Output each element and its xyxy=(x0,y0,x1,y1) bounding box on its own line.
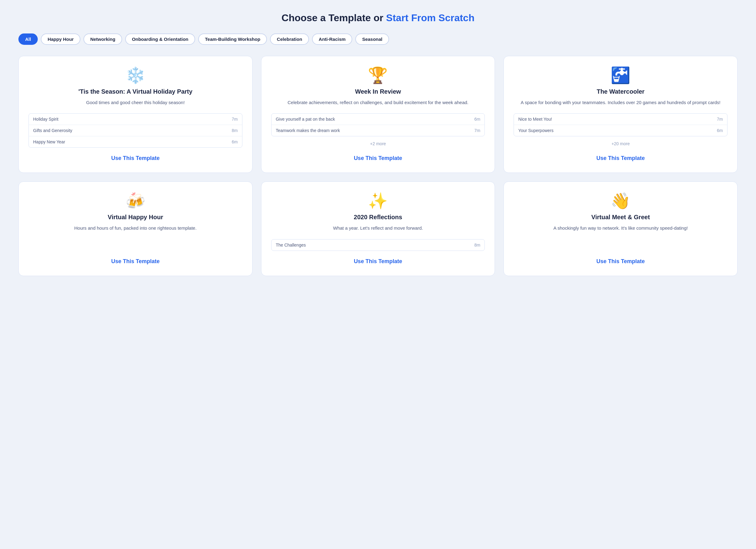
activity-name: Teamwork makes the dream work xyxy=(276,128,340,133)
activity-row: Give yourself a pat on the back6m xyxy=(272,114,485,125)
activity-duration: 7m xyxy=(474,128,480,133)
activity-list-week-in-review: Give yourself a pat on the back6mTeamwor… xyxy=(271,113,485,136)
activity-name: Nice to Meet You! xyxy=(518,117,552,122)
filter-btn-seasonal[interactable]: Seasonal xyxy=(355,33,389,45)
activity-row: The Challenges8m xyxy=(272,239,485,250)
card-virtual-meet-greet: 👋Virtual Meet & GreetA shockingly fun wa… xyxy=(503,181,738,276)
activity-duration: 7m xyxy=(717,117,723,122)
filter-btn-happy-hour[interactable]: Happy Hour xyxy=(41,33,80,45)
use-template-btn-week-in-review[interactable]: Use This Template xyxy=(271,153,485,164)
activity-duration: 8m xyxy=(474,242,480,247)
card-desc-virtual-meet-greet: A shockingly fun way to network. It's li… xyxy=(553,224,688,231)
activity-list-holiday-party: Holiday Spirit7mGifts and Generosity8mHa… xyxy=(29,113,242,148)
card-desc-watercooler: A space for bonding with your teammates.… xyxy=(521,99,720,106)
activity-name: Happy New Year xyxy=(33,139,65,144)
card-title-virtual-meet-greet: Virtual Meet & Greet xyxy=(591,214,650,221)
activity-row: Your Superpowers6m xyxy=(514,125,727,136)
more-label-week-in-review: +2 more xyxy=(271,141,485,146)
page-title-link[interactable]: Start From Scratch xyxy=(386,12,474,23)
card-holiday-party: ❄️'Tis the Season: A Virtual Holiday Par… xyxy=(18,56,253,173)
activity-row: Holiday Spirit7m xyxy=(29,114,242,125)
activity-duration: 6m xyxy=(232,139,237,144)
card-title-2020-reflections: 2020 Reflections xyxy=(354,214,402,221)
activity-row: Nice to Meet You!7m xyxy=(514,114,727,125)
card-title-watercooler: The Watercooler xyxy=(597,88,645,95)
activity-name: Your Superpowers xyxy=(518,128,553,133)
card-icon-virtual-happy-hour: 🍻 xyxy=(125,193,145,209)
activity-duration: 6m xyxy=(474,117,480,122)
use-template-btn-virtual-meet-greet[interactable]: Use This Template xyxy=(514,256,727,267)
card-icon-holiday-party: ❄️ xyxy=(125,67,145,83)
activity-name: The Challenges xyxy=(276,242,306,247)
card-title-week-in-review: Week In Review xyxy=(355,88,401,95)
activity-row: Gifts and Generosity8m xyxy=(29,125,242,136)
cards-grid: ❄️'Tis the Season: A Virtual Holiday Par… xyxy=(18,56,738,276)
card-icon-watercooler: 🚰 xyxy=(611,67,631,83)
card-icon-2020-reflections: ✨ xyxy=(368,193,388,209)
card-icon-virtual-meet-greet: 👋 xyxy=(611,193,631,209)
card-watercooler: 🚰The WatercoolerA space for bonding with… xyxy=(503,56,738,173)
filter-btn-anti-racism[interactable]: Anti-Racism xyxy=(312,33,353,45)
card-title-virtual-happy-hour: Virtual Happy Hour xyxy=(108,214,163,221)
activity-name: Holiday Spirit xyxy=(33,117,58,122)
card-2020-reflections: ✨2020 ReflectionsWhat a year. Let's refl… xyxy=(261,181,495,276)
card-desc-virtual-happy-hour: Hours and hours of fun, packed into one … xyxy=(74,224,197,231)
card-desc-holiday-party: Good times and good cheer this holiday s… xyxy=(86,99,185,106)
activity-row: Happy New Year6m xyxy=(29,136,242,147)
use-template-btn-virtual-happy-hour[interactable]: Use This Template xyxy=(29,256,242,267)
card-week-in-review: 🏆Week In ReviewCelebrate achievements, r… xyxy=(261,56,495,173)
page-title: Choose a Template or Start From Scratch xyxy=(18,12,738,24)
card-desc-week-in-review: Celebrate achievements, reflect on chall… xyxy=(287,99,469,106)
card-virtual-happy-hour: 🍻Virtual Happy HourHours and hours of fu… xyxy=(18,181,253,276)
filter-btn-team-building[interactable]: Team-Building Workshop xyxy=(198,33,267,45)
activity-name: Give yourself a pat on the back xyxy=(276,117,335,122)
activity-duration: 8m xyxy=(232,128,237,133)
activity-list-2020-reflections: The Challenges8m xyxy=(271,239,485,251)
page-title-static: Choose a Template or xyxy=(282,12,386,23)
activity-row: Teamwork makes the dream work7m xyxy=(272,125,485,136)
filter-btn-networking[interactable]: Networking xyxy=(83,33,122,45)
card-title-holiday-party: 'Tis the Season: A Virtual Holiday Party xyxy=(79,88,193,95)
filter-btn-celebration[interactable]: Celebration xyxy=(270,33,309,45)
card-desc-2020-reflections: What a year. Let's reflect and move forw… xyxy=(333,224,423,231)
card-icon-week-in-review: 🏆 xyxy=(368,67,388,83)
more-label-watercooler: +20 more xyxy=(514,141,727,146)
use-template-btn-holiday-party[interactable]: Use This Template xyxy=(29,153,242,164)
activity-list-watercooler: Nice to Meet You!7mYour Superpowers6m xyxy=(514,113,727,136)
filter-btn-onboarding[interactable]: Onboarding & Orientation xyxy=(125,33,195,45)
filter-btn-all[interactable]: All xyxy=(18,33,38,45)
filter-bar: AllHappy HourNetworkingOnboarding & Orie… xyxy=(18,33,738,45)
activity-duration: 7m xyxy=(232,117,237,122)
activity-name: Gifts and Generosity xyxy=(33,128,72,133)
use-template-btn-2020-reflections[interactable]: Use This Template xyxy=(271,256,485,267)
use-template-btn-watercooler[interactable]: Use This Template xyxy=(514,153,727,164)
activity-duration: 6m xyxy=(717,128,723,133)
